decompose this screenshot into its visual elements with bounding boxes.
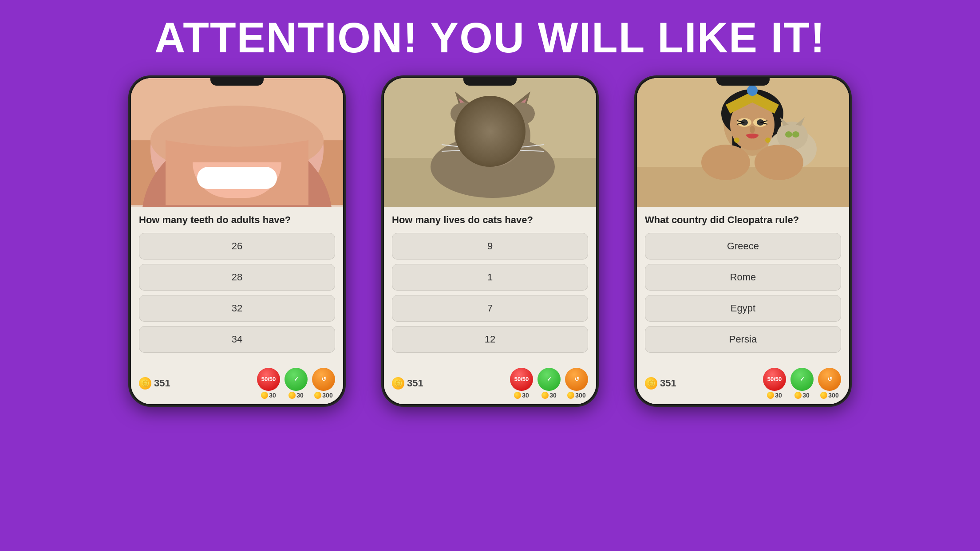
phone-notch-1 [210, 77, 264, 86]
cost-5050-1: 30 [261, 392, 276, 399]
answer-1-1[interactable]: 26 [139, 233, 335, 260]
cat-illustration [384, 78, 596, 207]
svg-point-20 [462, 109, 524, 167]
badge-5050-2: 50/50 [510, 368, 533, 391]
svg-rect-6 [235, 169, 247, 189]
cost-coin-6 [567, 392, 574, 399]
phone-frame-2: How many lives do cats have? 9 1 7 12 🪙 … [381, 75, 599, 407]
cost-coin-9 [820, 392, 827, 399]
answer-2-4[interactable]: 12 [392, 326, 588, 353]
powerup-swap-1[interactable]: ↺ 300 [312, 368, 335, 399]
phone-image-2 [384, 78, 596, 207]
answer-2-2[interactable]: 1 [392, 264, 588, 291]
phone-3: What country did Cleopatra rule? Greece … [634, 75, 852, 407]
svg-point-22 [471, 126, 487, 141]
cost-value-5: 30 [549, 392, 557, 399]
powerup-50-50-3[interactable]: 50/50 30 [763, 368, 786, 399]
svg-point-15 [455, 100, 530, 171]
cost-value-1: 30 [269, 392, 276, 399]
teeth-illustration [131, 78, 343, 207]
svg-point-50 [785, 131, 792, 138]
cost-value-9: 300 [828, 392, 838, 399]
badge-swap-2: ↺ [565, 368, 588, 391]
phone-screen-2: How many lives do cats have? 9 1 7 12 🪙 … [384, 78, 596, 404]
powerup-check-1[interactable]: ✓ 30 [285, 368, 308, 399]
answer-3-2[interactable]: Rome [645, 264, 841, 291]
svg-point-52 [734, 138, 739, 143]
phone-notch-2 [463, 77, 517, 86]
phone-frame-3: What country did Cleopatra rule? Greece … [634, 75, 852, 407]
answer-3-4[interactable]: Persia [645, 326, 841, 353]
powerup-50-50-1[interactable]: 50/50 30 [257, 368, 280, 399]
cost-coin-3 [314, 392, 321, 399]
svg-point-55 [755, 145, 803, 180]
question-3: What country did Cleopatra rule? [645, 214, 841, 227]
phone-content-3: What country did Cleopatra rule? Greece … [637, 207, 849, 364]
phone-content-1: How many teeth do adults have? 26 28 32 … [131, 207, 343, 364]
svg-point-54 [701, 145, 750, 180]
badge-5050-3: 50/50 [763, 368, 786, 391]
question-2: How many lives do cats have? [392, 214, 588, 227]
cost-5050-3: 30 [767, 392, 782, 399]
answer-1-3[interactable]: 32 [139, 295, 335, 322]
cost-check-3: 30 [794, 392, 810, 399]
svg-point-24 [476, 128, 483, 140]
phone-footer-2: 🪙 351 50/50 30 ✓ [384, 364, 596, 404]
svg-point-51 [792, 131, 799, 138]
svg-rect-4 [208, 170, 220, 189]
powerups-1: 50/50 30 ✓ 30 [257, 368, 335, 399]
badge-swap-1: ↺ [312, 368, 335, 391]
score-value-3: 351 [660, 378, 676, 389]
cost-value-8: 30 [802, 392, 810, 399]
score-value-2: 351 [407, 378, 423, 389]
phone-notch-3 [716, 77, 770, 86]
powerup-check-3[interactable]: ✓ 30 [790, 368, 814, 399]
svg-point-31 [450, 102, 477, 125]
phone-1: How many teeth do adults have? 26 28 32 … [128, 75, 346, 407]
svg-point-53 [765, 138, 771, 143]
cost-coin-7 [767, 392, 774, 399]
cost-coin-2 [288, 392, 296, 399]
answer-2-1[interactable]: 9 [392, 233, 588, 260]
answer-3-3[interactable]: Egypt [645, 295, 841, 322]
answer-1-2[interactable]: 28 [139, 264, 335, 291]
cost-value-4: 30 [522, 392, 529, 399]
phone-footer-1: 🪙 351 50/50 30 ✓ [131, 364, 343, 404]
cost-check-2: 30 [541, 392, 557, 399]
badge-check-3: ✓ [790, 368, 814, 391]
powerup-50-50-2[interactable]: 50/50 30 [510, 368, 533, 399]
phone-2: How many lives do cats have? 9 1 7 12 🪙 … [381, 75, 599, 407]
badge-swap-3: ↺ [818, 368, 841, 391]
score-2: 🪙 351 [392, 377, 423, 390]
cost-coin-5 [541, 392, 549, 399]
svg-point-32 [508, 102, 535, 125]
phone-image-1 [131, 78, 343, 207]
answer-2-3[interactable]: 7 [392, 295, 588, 322]
cost-coin-4 [514, 392, 521, 399]
svg-point-21 [475, 134, 510, 160]
powerups-3: 50/50 30 ✓ 30 [763, 368, 841, 399]
cost-swap-2: 300 [567, 392, 585, 399]
answer-3-1[interactable]: Greece [645, 233, 841, 260]
powerup-swap-3[interactable]: ↺ 300 [818, 368, 841, 399]
cost-swap-3: 300 [820, 392, 838, 399]
badge-check-1: ✓ [285, 368, 308, 391]
coin-icon-2: 🪙 [392, 377, 404, 390]
phones-container: How many teeth do adults have? 26 28 32 … [128, 75, 852, 407]
coin-icon-1: 🪙 [139, 377, 151, 390]
coin-icon-3: 🪙 [645, 377, 657, 390]
phone-screen-3: What country did Cleopatra rule? Greece … [637, 78, 849, 404]
cost-5050-2: 30 [514, 392, 529, 399]
score-value-1: 351 [154, 378, 170, 389]
answer-1-4[interactable]: 34 [139, 326, 335, 353]
svg-marker-26 [490, 144, 496, 147]
phone-footer-3: 🪙 351 50/50 30 ✓ [637, 364, 849, 404]
powerup-swap-2[interactable]: ↺ 300 [565, 368, 588, 399]
powerup-check-2[interactable]: ✓ 30 [537, 368, 561, 399]
cost-swap-1: 300 [314, 392, 332, 399]
phone-screen-1: How many teeth do adults have? 26 28 32 … [131, 78, 343, 404]
cost-value-2: 30 [296, 392, 304, 399]
svg-point-23 [498, 126, 514, 141]
svg-point-40 [747, 85, 758, 96]
cost-value-3: 300 [322, 392, 332, 399]
